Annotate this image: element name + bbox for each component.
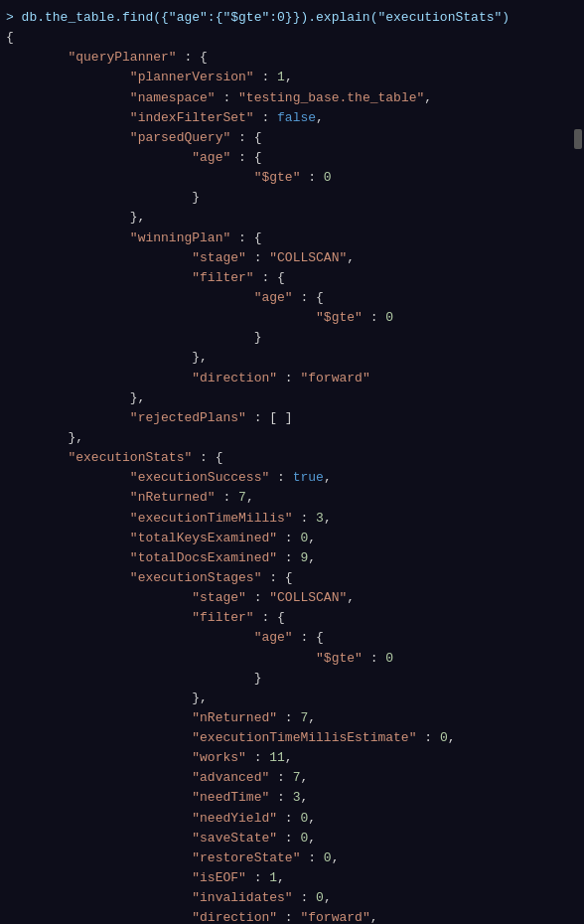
execution-success: "executionSuccess" : true, (4, 468, 584, 488)
stages-age-close: } (4, 669, 584, 689)
stages-age: "age" : { (4, 628, 584, 648)
winning-age-close: } (4, 328, 584, 348)
stages-n-returned: "nReturned" : 7, (4, 708, 584, 728)
command-line: > db.the_table.find({"age":{"$gte":0}}).… (4, 8, 584, 28)
stages-filter: "filter" : { (4, 608, 584, 628)
stages-need-time: "needTime" : 3, (4, 788, 584, 808)
n-returned: "nReturned" : 7, (4, 488, 584, 508)
winning-plan: "winningPlan" : { (4, 229, 584, 248)
stages-save-state: "saveState" : 0, (4, 829, 584, 848)
winning-stage: "stage" : "COLLSCAN", (4, 248, 584, 268)
winning-filter: "filter" : { (4, 268, 584, 288)
parsed-age: "age" : { (4, 148, 584, 168)
query-planner-close: }, (4, 428, 584, 448)
execution-stats-key: "executionStats" : { (4, 448, 584, 468)
winning-filter-close: }, (4, 348, 584, 368)
query-planner-key: "queryPlanner" : { (4, 48, 584, 68)
parsed-query: "parsedQuery" : { (4, 128, 584, 148)
execution-stages-key: "executionStages" : { (4, 568, 584, 588)
winning-direction: "direction" : "forward" (4, 369, 584, 388)
stages-works: "works" : 11, (4, 748, 584, 768)
total-docs-examined: "totalDocsExamined" : 9, (4, 548, 584, 568)
stages-need-yield: "needYield" : 0, (4, 809, 584, 829)
scrollbar[interactable] (574, 129, 582, 149)
stages-direction: "direction" : "forward", (4, 908, 584, 924)
rejected-plans: "rejectedPlans" : [ ] (4, 408, 584, 428)
stages-filter-close: }, (4, 689, 584, 708)
parsed-age-close: } (4, 188, 584, 208)
index-filter-set: "indexFilterSet" : false, (4, 108, 584, 128)
stages-is-eof: "isEOF" : 1, (4, 868, 584, 888)
winning-age: "age" : { (4, 288, 584, 308)
output-open-brace: { (4, 28, 584, 48)
execution-time-millis: "executionTimeMillis" : 3, (4, 509, 584, 529)
stages-gte: "$gte" : 0 (4, 649, 584, 669)
winning-plan-close: }, (4, 388, 584, 408)
namespace: "namespace" : "testing_base.the_table", (4, 88, 584, 108)
stages-stage: "stage" : "COLLSCAN", (4, 588, 584, 608)
total-keys-examined: "totalKeysExamined" : 0, (4, 529, 584, 548)
terminal-window: > db.the_table.find({"age":{"$gte":0}}).… (0, 0, 584, 924)
stages-advanced: "advanced" : 7, (4, 768, 584, 788)
stages-restore-state: "restoreState" : 0, (4, 848, 584, 868)
stages-exec-time-estimate: "executionTimeMillisEstimate" : 0, (4, 728, 584, 748)
stages-invalidates: "invalidates" : 0, (4, 888, 584, 908)
parsed-query-close: }, (4, 208, 584, 228)
winning-gte: "$gte" : 0 (4, 308, 584, 328)
parsed-gte: "$gte" : 0 (4, 168, 584, 188)
planner-version: "plannerVersion" : 1, (4, 68, 584, 87)
